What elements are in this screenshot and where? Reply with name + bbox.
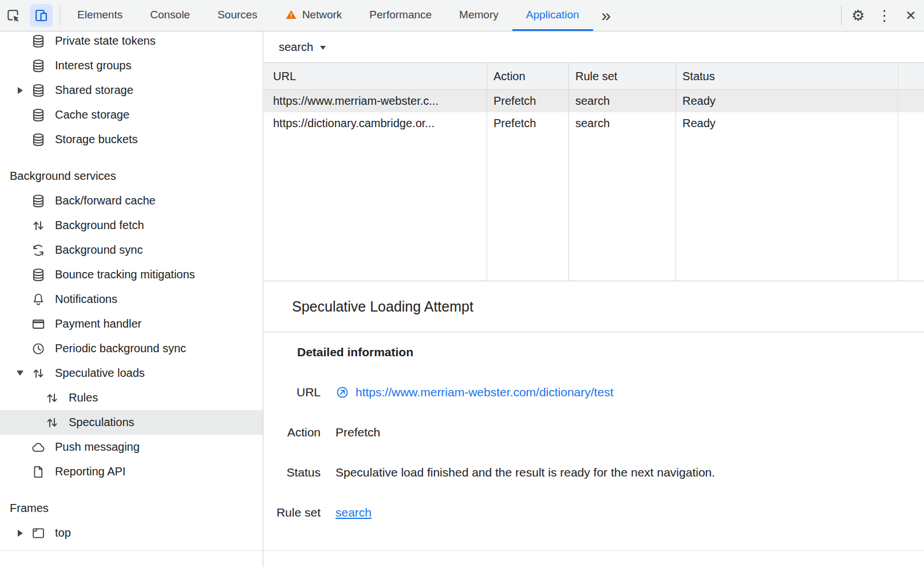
table-header-row: URL Action Rule set Status — [264, 63, 924, 90]
speculations-filter-bar: search — [264, 32, 924, 63]
more-options-button[interactable]: ⋮ — [871, 0, 898, 31]
document-icon — [31, 464, 46, 479]
sidebar-item-payment-handler[interactable]: Payment handler — [0, 312, 263, 336]
detail-row-rule-set: Rule set search — [264, 502, 924, 523]
database-icon — [31, 132, 46, 147]
kebab-menu-icon: ⋮ — [877, 8, 892, 23]
database-icon — [31, 34, 46, 49]
sidebar-item-speculations[interactable]: Speculations — [0, 410, 263, 435]
tab-console[interactable]: Console — [136, 0, 204, 31]
sidebar-item-label: top — [55, 526, 71, 540]
detail-value-action: Prefetch — [335, 426, 380, 439]
database-icon — [31, 83, 46, 98]
sidebar-item-label: Push messaging — [55, 440, 140, 454]
disclosure-triangle-collapsed[interactable] — [18, 530, 23, 537]
toggle-device-toolbar-button[interactable] — [26, 0, 56, 31]
frame-icon — [31, 526, 46, 541]
cell-url: https://dictionary.cambridge.or... — [264, 117, 487, 130]
bell-icon — [31, 292, 46, 307]
toolbar-separator — [60, 6, 60, 25]
gear-icon: ⚙ — [851, 8, 864, 23]
toolbar-separator-right — [841, 6, 842, 25]
sidebar-item-label: Speculative loads — [55, 367, 145, 380]
close-devtools-button[interactable]: ✕ — [898, 0, 924, 31]
close-icon: ✕ — [905, 9, 916, 22]
speculation-url-link[interactable]: https://www.merriam-webster.com/dictiona… — [356, 385, 613, 399]
disclosure-triangle-expanded[interactable] — [17, 371, 23, 376]
arrows-up-down-icon — [45, 391, 60, 405]
sidebar-item-bounce-tracking-mitigations[interactable]: Bounce tracking mitigations — [0, 262, 263, 287]
column-header-url[interactable]: URL — [264, 70, 487, 83]
sidebar-item-periodic-background-sync[interactable]: Periodic background sync — [0, 336, 263, 361]
sidebar-item-label: Rules — [69, 391, 98, 404]
database-icon — [31, 194, 46, 208]
sidebar-item-reporting-api[interactable]: Reporting API — [0, 459, 263, 484]
settings-button[interactable]: ⚙ — [845, 0, 871, 31]
sidebar-item-background-fetch[interactable]: Background fetch — [0, 213, 263, 238]
rule-set-filter-value: search — [279, 41, 313, 54]
sidebar-item-label: Cache storage — [55, 108, 129, 121]
cell-rule-set: search — [568, 94, 676, 108]
sidebar-item-shared-storage[interactable]: Shared storage — [0, 78, 263, 103]
sidebar-item-private-state-tokens[interactable]: Private state tokens — [0, 32, 263, 53]
database-icon — [31, 58, 46, 73]
sidebar-item-label: Background sync — [55, 243, 143, 257]
detail-title-bar: Speculative Loading Attempt — [264, 281, 924, 332]
sidebar-item-top-frame[interactable]: top — [0, 521, 263, 545]
detail-row-url: URL https://www.merriam-webster.com/dict… — [264, 381, 924, 403]
speculations-panel: search URL Action Rule set Status https:… — [264, 32, 924, 567]
cell-status: Ready — [676, 117, 924, 130]
database-icon — [31, 108, 46, 123]
sidebar-item-label: Storage buckets — [55, 133, 138, 146]
arrows-up-down-icon — [31, 218, 46, 233]
sidebar-item-label: Speculations — [69, 416, 135, 429]
detail-label-status: Status — [264, 466, 321, 479]
detail-label-rule-set: Rule set — [264, 506, 321, 519]
column-header-action[interactable]: Action — [487, 70, 568, 83]
column-divider — [568, 63, 569, 281]
sidebar-item-label: Bounce tracking mitigations — [55, 268, 195, 281]
application-tree: Private state tokens Interest groups Sha… — [0, 32, 263, 545]
application-sidebar: Private state tokens Interest groups Sha… — [0, 32, 263, 567]
tab-memory[interactable]: Memory — [445, 0, 512, 31]
tab-elements[interactable]: Elements — [64, 0, 136, 31]
sidebar-item-interest-groups[interactable]: Interest groups — [0, 53, 263, 78]
column-header-status[interactable]: Status — [676, 70, 924, 83]
disclosure-triangle-collapsed[interactable] — [18, 87, 23, 94]
sidebar-item-label: Private state tokens — [55, 34, 156, 48]
scrollbar-gutter — [898, 63, 898, 281]
sidebar-item-notifications[interactable]: Notifications — [0, 287, 263, 312]
sidebar-item-label: Payment handler — [55, 317, 141, 330]
speculations-table: URL Action Rule set Status https://www.m… — [264, 63, 924, 281]
sidebar-item-storage-buckets[interactable]: Storage buckets — [0, 127, 263, 152]
table-row[interactable]: https://dictionary.cambridge.or... Prefe… — [264, 112, 924, 135]
sidebar-item-label: Periodic background sync — [55, 342, 186, 355]
rule-set-link[interactable]: search — [335, 506, 372, 519]
arrows-up-down-icon — [31, 366, 46, 381]
table-row[interactable]: https://www.merriam-webster.c... Prefetc… — [264, 90, 924, 112]
device-toolbar-icon — [30, 4, 53, 27]
clock-icon — [31, 341, 46, 356]
section-frames: Frames — [0, 496, 263, 521]
inspect-element-button[interactable] — [0, 0, 26, 31]
section-background-services: Background services — [0, 164, 263, 188]
tab-performance[interactable]: Performance — [356, 0, 445, 31]
sidebar-item-label: Reporting API — [55, 465, 125, 478]
toolbar-spacer — [619, 0, 838, 31]
sidebar-item-rules[interactable]: Rules — [0, 385, 263, 410]
sidebar-item-back-forward-cache[interactable]: Back/forward cache — [0, 188, 263, 213]
more-tabs-button[interactable]: » — [593, 0, 619, 31]
sidebar-item-push-messaging[interactable]: Push messaging — [0, 435, 263, 459]
warning-icon — [285, 9, 297, 21]
sidebar-item-label: Back/forward cache — [55, 194, 156, 207]
tab-application[interactable]: Application — [512, 0, 593, 31]
rule-set-filter-dropdown[interactable]: search — [279, 41, 326, 54]
sidebar-item-cache-storage[interactable]: Cache storage — [0, 103, 263, 127]
column-header-rule-set[interactable]: Rule set — [568, 70, 676, 83]
sidebar-item-label: Background fetch — [55, 219, 144, 232]
detail-label-action: Action — [264, 426, 321, 439]
tab-sources[interactable]: Sources — [204, 0, 271, 31]
sidebar-item-speculative-loads[interactable]: Speculative loads — [0, 361, 263, 385]
tab-network[interactable]: Network — [271, 0, 356, 31]
sidebar-item-background-sync[interactable]: Background sync — [0, 238, 263, 262]
